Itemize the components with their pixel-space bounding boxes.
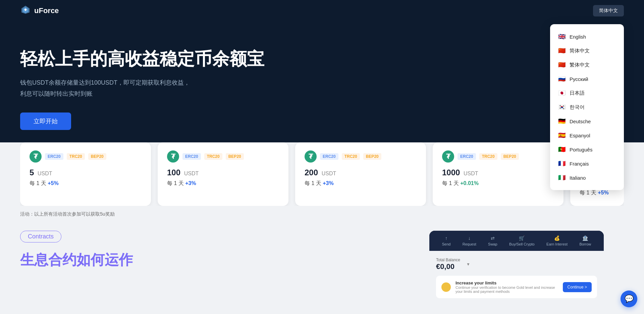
card-rate-4: 每 1 天 +0.01% — [442, 180, 554, 187]
lang-label-japanese: 日本語 — [570, 90, 585, 96]
nav-swap[interactable]: ⇄ Swap — [488, 235, 497, 246]
lang-item-spanish[interactable]: 🇪🇸 Espanyol — [550, 128, 624, 142]
flag-ru: 🇷🇺 — [558, 75, 566, 83]
nav-request-label: Request — [463, 242, 476, 246]
nav-request[interactable]: ↓ Request — [463, 235, 476, 246]
buy-sell-icon: 🛒 — [519, 235, 525, 241]
badge-erc20-1: ERC20 — [45, 153, 63, 160]
card-100usdt[interactable]: ₮ ERC20 TRC20 BEP20 100 USDT 每 1 天 +3% — [158, 142, 288, 206]
card-amount-4: 1000 USDT — [442, 168, 554, 177]
tether-icon-3: ₮ — [305, 150, 317, 163]
lang-item-english[interactable]: 🇬🇧 English — [550, 30, 624, 44]
badge-bep20-1: BEP20 — [88, 153, 106, 160]
nav-buy-sell[interactable]: 🛒 Buy/Sell Crypto — [509, 235, 535, 246]
lang-item-portuguese[interactable]: 🇵🇹 Português — [550, 142, 624, 156]
balance-label: Total Balance — [436, 258, 460, 262]
swap-icon: ⇄ — [491, 235, 495, 241]
flag-kr: 🇰🇷 — [558, 103, 566, 111]
lang-item-japanese[interactable]: 🇯🇵 日本語 — [550, 86, 624, 100]
nav-send-label: Send — [442, 242, 451, 246]
card-rate-2: 每 1 天 +3% — [167, 180, 279, 187]
lower-section: Contracts 生息合约如何运作 ↑ Send ↓ Request ⇄ Sw… — [0, 217, 644, 305]
logo-area: uForce — [20, 4, 59, 17]
logo-icon — [20, 4, 31, 17]
nav-borrow[interactable]: 🏦 Borrow — [579, 235, 591, 246]
limit-text-area: Increase your limits Continue your verif… — [455, 280, 558, 294]
card-1000usdt[interactable]: ₮ ERC20 TRC20 BEP20 1000 USDT 每 1 天 +0.0… — [433, 142, 564, 206]
lang-item-simplified-chinese[interactable]: 🇨🇳 简体中文 — [550, 44, 624, 58]
nav-swap-label: Swap — [488, 242, 497, 246]
gold-circle-icon — [441, 282, 451, 292]
activity-banner: 活动：以上所有活动首次参加可以获取5u奖励 — [0, 206, 644, 217]
card-header-3: ₮ ERC20 TRC20 BEP20 — [305, 150, 417, 163]
tether-icon-2: ₮ — [167, 150, 179, 163]
card-200usdt[interactable]: ₮ ERC20 TRC20 BEP20 200 USDT 每 1 天 +3% — [295, 142, 426, 206]
cards-section: ₮ ERC20 TRC20 BEP20 5 USDT 每 1 天 +5% ₮ E… — [0, 142, 644, 206]
language-dropdown: 🇬🇧 English 🇨🇳 简体中文 🇨🇳 繁体中文 🇷🇺 Русский 🇯🇵… — [550, 24, 624, 190]
hero-title: 轻松上手的高收益稳定币余额宝 — [20, 48, 624, 69]
lang-label-russian: Русский — [570, 76, 588, 82]
borrow-icon: 🏦 — [582, 235, 588, 241]
continue-button[interactable]: Continue > — [563, 282, 592, 292]
balance-dropdown-icon[interactable]: ▼ — [466, 262, 470, 267]
card-amount-1: 5 USDT — [30, 168, 142, 177]
card-header-4: ₮ ERC20 TRC20 BEP20 — [442, 150, 554, 163]
balance-amount: €0,00 — [436, 262, 460, 271]
header: uForce 简体中文 — [0, 0, 644, 21]
card-rate-1: 每 1 天 +5% — [30, 180, 142, 187]
card-amount-3: 200 USDT — [305, 168, 417, 177]
flag-fr: 🇫🇷 — [558, 160, 566, 167]
nav-send[interactable]: ↑ Send — [442, 235, 451, 246]
activity-text: 活动：以上所有活动首次参加可以获取5u奖励 — [20, 211, 115, 217]
flag-cn2: 🇨🇳 — [558, 61, 566, 69]
nav-buy-sell-label: Buy/Sell Crypto — [509, 242, 535, 246]
lang-label-portuguese: Português — [570, 147, 592, 152]
left-content: Contracts 生息合约如何运作 — [0, 217, 429, 305]
badge-trc20-3: TRC20 — [342, 153, 360, 160]
lang-item-traditional-chinese[interactable]: 🇨🇳 繁体中文 — [550, 58, 624, 72]
flag-jp: 🇯🇵 — [558, 89, 566, 97]
badge-bep20-4: BEP20 — [501, 153, 519, 160]
lang-label-french: Français — [570, 161, 589, 167]
lang-label-german: Deutsche — [570, 119, 591, 124]
balance-row: Total Balance €0,00 ▼ — [436, 258, 597, 271]
flag-cn1: 🇨🇳 — [558, 47, 566, 54]
lang-label-traditional: 繁体中文 — [570, 62, 590, 68]
badge-trc20-1: TRC20 — [67, 153, 85, 160]
card-header-1: ₮ ERC20 TRC20 BEP20 — [30, 150, 142, 163]
badge-erc20-4: ERC20 — [458, 153, 476, 160]
nav-earn-label: Earn Interest — [546, 242, 568, 246]
card-amount-2: 100 USDT — [167, 168, 279, 177]
language-button[interactable]: 简体中文 — [593, 5, 624, 16]
balance-container: Total Balance €0,00 — [436, 258, 460, 271]
lang-item-italian[interactable]: 🇮🇹 Italiano — [550, 171, 624, 185]
contracts-title: 生息合约如何运作 — [20, 251, 409, 269]
support-icon: 💬 — [625, 295, 634, 303]
logo-text: uForce — [34, 6, 59, 15]
app-preview: ↑ Send ↓ Request ⇄ Swap 🛒 Buy/Sell Crypt… — [429, 231, 604, 305]
badge-bep20-3: BEP20 — [363, 153, 381, 160]
hero-section: 轻松上手的高收益稳定币余额宝 钱包USDT余额存储量达到100USDT，即可定期… — [0, 21, 644, 163]
request-icon: ↓ — [468, 235, 471, 241]
lang-item-russian[interactable]: 🇷🇺 Русский — [550, 72, 624, 86]
lang-item-german[interactable]: 🇩🇪 Deutsche — [550, 114, 624, 128]
contracts-label: Contracts — [20, 231, 61, 242]
card-5usdt[interactable]: ₮ ERC20 TRC20 BEP20 5 USDT 每 1 天 +5% — [20, 142, 151, 206]
nav-earn[interactable]: 💰 Earn Interest — [546, 235, 568, 246]
lang-label-english: English — [570, 34, 586, 40]
flag-de: 🇩🇪 — [558, 118, 566, 125]
lang-item-french[interactable]: 🇫🇷 Français — [550, 156, 624, 171]
flag-pt: 🇵🇹 — [558, 146, 566, 153]
support-bubble[interactable]: 💬 — [621, 290, 637, 307]
app-nav: ↑ Send ↓ Request ⇄ Swap 🛒 Buy/Sell Crypt… — [429, 231, 604, 251]
hero-subtitle: 钱包USDT余额存储量达到100USDT，即可定期获取利息收益， 利息可以随时转… — [20, 77, 255, 99]
tether-icon-4: ₮ — [442, 150, 454, 163]
lang-item-korean[interactable]: 🇰🇷 한국어 — [550, 100, 624, 114]
increase-limits-card: Increase your limits Continue your verif… — [436, 276, 597, 298]
lang-label-spanish: Espanyol — [570, 133, 590, 138]
cta-button[interactable]: 立即开始 — [20, 113, 71, 130]
send-icon: ↑ — [445, 235, 447, 241]
badge-trc20-4: TRC20 — [479, 153, 497, 160]
lang-label-simplified: 简体中文 — [570, 48, 590, 54]
cards-row: ₮ ERC20 TRC20 BEP20 5 USDT 每 1 天 +5% ₮ E… — [20, 142, 624, 206]
